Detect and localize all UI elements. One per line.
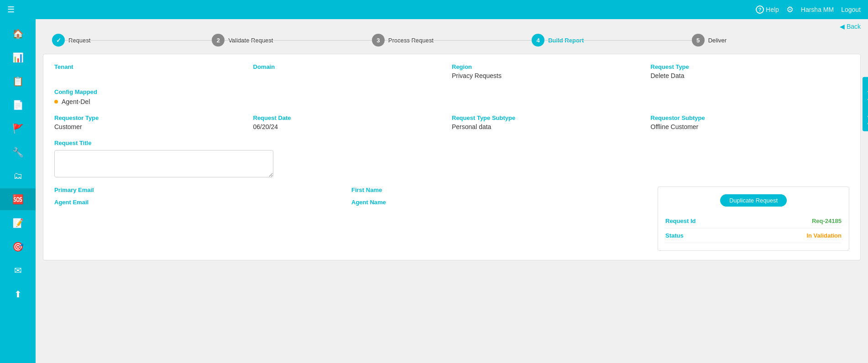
sidebar-item-flags[interactable]: 🚩 [0,118,36,140]
step-2-circle: 2 [212,34,225,47]
sidebar-item-notes[interactable]: 📝 [0,212,36,234]
step-2-label: Validate Request [228,37,273,44]
help-link[interactable]: ? Help [756,5,779,14]
sidebar-item-reports[interactable]: 📊 [0,47,36,68]
sidebar-item-list[interactable]: 📋 [0,70,36,92]
user-name: Harsha MM [801,6,834,13]
sidebar-item-storage[interactable]: 🗂 [0,165,36,187]
row-email-name: Primary Email First Name [54,187,648,195]
status-label: Status [665,232,684,239]
duplicate-card: Duplicate Request Request Id Req-24185 S… [658,187,849,251]
region-value: Privacy Requests [452,72,651,79]
col-requestor-type: Requestor Type Customer [54,114,253,130]
col-agent-name: Agent Name [351,199,648,207]
step-2: 2 Validate Request [212,34,371,47]
config-item: Agent-Del [54,98,849,105]
sidebar-item-support[interactable]: 🆘 [0,188,36,210]
tenant-label: Tenant [54,63,253,70]
requestor-subtype-value: Offline Customer [651,123,850,130]
primary-email-label: Primary Email [54,187,351,193]
sidebar-item-home[interactable]: 🏠 [0,23,36,45]
step-5-label: Deliver [708,37,727,44]
col-first-name: First Name [351,187,648,195]
col-agent-email: Agent Email [54,199,351,207]
config-value: Agent-Del [62,98,90,105]
config-mapped-label: Config Mapped [54,88,849,95]
col-request-date: Request Date 06/20/24 [253,114,452,130]
step-4-label: Build Report [548,37,584,44]
col-primary-email: Primary Email [54,187,351,195]
topbar: ☰ ? Help ⚙ Harsha MM Logout [0,0,868,19]
step-3: 3 Process Request [372,34,532,47]
step-1-label: Request [68,37,90,44]
step-4: 4 Build Report [532,34,691,47]
main-card: Acknowledge Tenant Domain Region Privacy… [43,54,861,260]
acknowledge-tab[interactable]: Acknowledge [863,77,868,131]
row-requestor: Requestor Type Customer Request Date 06/… [54,114,849,130]
stepper: ✓ Request 2 Validate Request 3 Process R… [43,34,861,47]
sidebar-item-tools[interactable]: 🔧 [0,141,36,163]
sidebar-item-upload[interactable]: ⬆ [0,283,36,305]
step-5-circle: 5 [692,34,705,47]
sidebar-item-target[interactable]: 🎯 [0,236,36,258]
back-link-container: ◀ Back [43,23,861,30]
request-title-label: Request Title [54,140,849,146]
step-4-circle: 4 [532,34,544,47]
agent-name-label: Agent Name [351,199,648,206]
col-requestor-subtype: Requestor Subtype Offline Customer [651,114,850,130]
settings-icon[interactable]: ⚙ [786,5,794,15]
col-request-type-subtype: Request Type Subtype Personal data [452,114,651,130]
requestor-type-value: Customer [54,123,253,130]
region-label: Region [452,63,651,70]
col-region: Region Privacy Requests [452,63,651,79]
main-layout: 🏠 📊 📋 📄 🚩 🔧 🗂 🆘 📝 🎯 ✉ ⬆ ◀ Back ✓ Request [0,19,868,363]
duplicate-request-button[interactable]: Duplicate Request [720,194,787,207]
step-1-circle: ✓ [52,34,65,47]
request-title-section: Request Title [54,140,849,179]
request-title-input[interactable] [54,150,273,177]
first-name-label: First Name [351,187,648,193]
bottom-section: Primary Email First Name Agent Email [54,187,849,251]
agent-email-label: Agent Email [54,199,351,206]
request-type-subtype-label: Request Type Subtype [452,114,651,121]
duplicate-status-row: Status In Validation [665,228,842,243]
row-tenant-domain: Tenant Domain Region Privacy Requests Re… [54,63,849,79]
col-domain: Domain [253,63,452,79]
request-type-value: Delete Data [651,72,850,79]
request-date-value: 06/20/24 [253,123,452,130]
sidebar: 🏠 📊 📋 📄 🚩 🔧 🗂 🆘 📝 🎯 ✉ ⬆ [0,19,36,363]
request-date-label: Request Date [253,114,452,121]
back-icon: ◀ [840,23,845,30]
bottom-left: Primary Email First Name Agent Email [54,187,648,251]
step-3-label: Process Request [388,37,434,44]
topbar-right: ? Help ⚙ Harsha MM Logout [756,5,861,15]
duplicate-card-container: Duplicate Request Request Id Req-24185 S… [658,187,849,251]
hamburger-icon[interactable]: ☰ [7,5,15,15]
request-id-label: Request Id [665,218,695,224]
config-section: Config Mapped Agent-Del [54,88,849,105]
col-tenant: Tenant [54,63,253,79]
request-type-subtype-value: Personal data [452,123,651,130]
logout-link[interactable]: Logout [841,6,861,13]
content-area: ◀ Back ✓ Request 2 Validate Request 3 Pr… [36,19,868,363]
topbar-left: ☰ [7,5,15,15]
sidebar-item-email[interactable]: ✉ [0,259,36,281]
step-5: 5 Deliver [692,34,852,47]
col-request-type: Request Type Delete Data [651,63,850,79]
request-id-value: Req-24185 [812,218,842,224]
status-value: In Validation [806,232,842,239]
request-type-label: Request Type [651,63,850,70]
help-icon: ? [756,5,764,14]
back-link[interactable]: ◀ Back [840,23,861,30]
row-agent-email-name: Agent Email Agent Name [54,199,648,207]
requestor-type-label: Requestor Type [54,114,253,121]
duplicate-request-id-row: Request Id Req-24185 [665,214,842,228]
step-1: ✓ Request [52,34,212,47]
domain-label: Domain [253,63,452,70]
step-3-circle: 3 [372,34,385,47]
sidebar-item-documents[interactable]: 📄 [0,94,36,116]
requestor-subtype-label: Requestor Subtype [651,114,850,121]
config-dot-icon [54,100,58,104]
